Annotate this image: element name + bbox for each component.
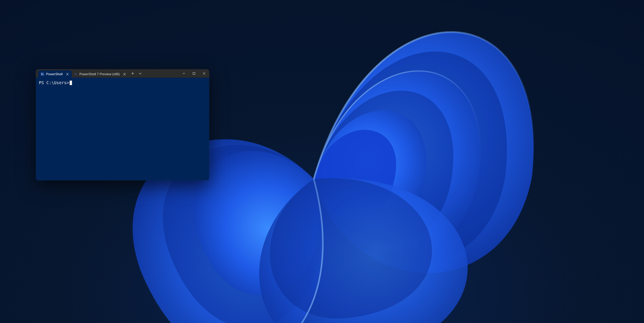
tab-strip: PowerShell PowerShell 7 Preview (x86) — [36, 69, 129, 78]
powershell-icon — [41, 72, 44, 76]
desktop-wallpaper: PowerShell PowerShell 7 Preview (x86) — [0, 0, 644, 323]
titlebar-drag-region[interactable] — [144, 69, 179, 78]
tab-label: PowerShell — [46, 72, 63, 76]
maximize-button[interactable] — [189, 69, 199, 78]
powershell-preview-icon — [74, 72, 78, 76]
close-tab-icon[interactable] — [122, 72, 127, 76]
terminal-window[interactable]: PowerShell PowerShell 7 Preview (x86) — [36, 69, 209, 180]
tab-powershell-preview[interactable]: PowerShell 7 Preview (x86) — [72, 70, 129, 78]
text-cursor — [70, 81, 72, 85]
window-controls — [179, 69, 209, 78]
new-tab-button[interactable] — [129, 69, 137, 78]
titlebar[interactable]: PowerShell PowerShell 7 Preview (x86) — [36, 69, 209, 78]
tab-powershell[interactable]: PowerShell — [38, 70, 72, 78]
close-window-button[interactable] — [199, 69, 209, 78]
terminal-body[interactable]: PS C:\Users> — [36, 78, 209, 180]
prompt-text: PS C:\Users> — [39, 80, 69, 85]
tab-label: PowerShell 7 Preview (x86) — [79, 72, 120, 76]
close-tab-icon[interactable] — [65, 72, 70, 76]
tab-dropdown-button[interactable] — [137, 69, 144, 78]
svg-rect-2 — [193, 73, 195, 75]
minimize-button[interactable] — [179, 69, 189, 78]
tab-controls — [129, 69, 144, 78]
